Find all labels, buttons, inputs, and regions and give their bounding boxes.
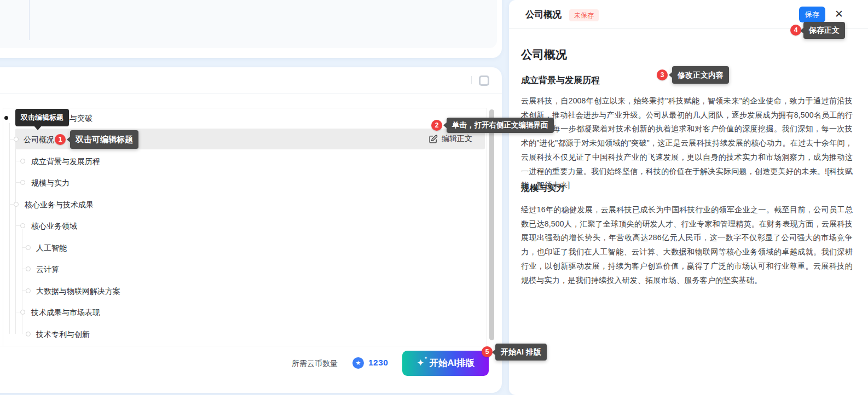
section-body[interactable]: 经过16年的稳健发展，云展科技已成长为中国科技行业的领军企业之一。截至目前，公司… bbox=[521, 203, 853, 287]
save-button[interactable]: 保存 bbox=[799, 7, 825, 22]
section-body[interactable]: 云展科技，自2008年创立以来，始终秉持"科技赋能，智领未来"的企业使命，致力于… bbox=[521, 94, 853, 193]
tooltip-double-click-edit-title: 双击编辑标题 bbox=[15, 109, 69, 126]
editor-panel-title: 公司概况 bbox=[525, 9, 562, 21]
coins-required-label: 所需云币数量 bbox=[292, 359, 338, 369]
section-heading: 规模与实力 bbox=[521, 183, 565, 194]
tree-node-icon bbox=[26, 245, 31, 250]
tree-tick bbox=[15, 182, 20, 183]
step-tooltip-1: 双击可编辑标题 bbox=[70, 130, 138, 149]
edit-body-label: 编辑正文 bbox=[442, 134, 472, 144]
close-icon[interactable]: ✕ bbox=[835, 7, 843, 21]
outline-footer-divider bbox=[0, 346, 502, 346]
step-tooltip-3: 修改正文内容 bbox=[672, 66, 729, 84]
tree-item[interactable]: 成立背景与发展历程 bbox=[31, 156, 100, 166]
tree-item-company-overview[interactable]: 公司概况 bbox=[24, 135, 54, 144]
tree-tick bbox=[15, 161, 20, 161]
coins-value: 1230 bbox=[368, 358, 388, 368]
panel-toggle-icon[interactable] bbox=[479, 75, 489, 86]
edit-body-button[interactable]: 编辑正文 bbox=[429, 133, 483, 145]
tree-item[interactable]: 技术专利与创新 bbox=[36, 329, 90, 339]
tree-guide-line bbox=[15, 141, 16, 334]
tree-item[interactable]: 云计算 bbox=[36, 264, 59, 274]
tree-tick bbox=[15, 225, 20, 226]
tree-node-icon bbox=[26, 266, 31, 271]
tree-node-icon bbox=[14, 137, 19, 142]
tree-item[interactable]: 核心业务领域 bbox=[31, 221, 77, 231]
tree-item[interactable]: 大数据与物联网解决方案 bbox=[36, 286, 120, 296]
sparkle-icon: ✦✦ bbox=[416, 357, 424, 369]
tree-tick bbox=[9, 204, 14, 205]
unsaved-status-badge: 未保存 bbox=[569, 9, 599, 21]
tree-item[interactable]: 人工智能 bbox=[36, 243, 67, 253]
tree-guide-line bbox=[22, 229, 22, 334]
tree-node-icon bbox=[20, 310, 25, 315]
tree-item[interactable]: 技术成果与市场表现 bbox=[31, 307, 100, 317]
top-card-inner-panel bbox=[0, 0, 497, 48]
tree-node-icon bbox=[14, 202, 19, 207]
tree-tick bbox=[9, 139, 14, 140]
section-heading: 成立背景与发展历程 bbox=[521, 75, 600, 86]
step-tooltip-4: 保存正文 bbox=[803, 22, 845, 39]
start-ai-layout-label: 开始AI排版 bbox=[429, 357, 474, 369]
tree-item[interactable]: 核心业务与技术成果 bbox=[25, 200, 94, 210]
start-ai-layout-button[interactable]: ✦✦ 开始AI排版 bbox=[402, 351, 489, 376]
tree-node-icon bbox=[26, 288, 31, 293]
outline-header-divider bbox=[0, 93, 502, 94]
tree-root-bullet-icon bbox=[4, 116, 8, 120]
tree-tick bbox=[15, 312, 20, 312]
tree-guide-line bbox=[9, 123, 10, 334]
step-badge-4: 4 bbox=[790, 25, 801, 36]
step-badge-3: 3 bbox=[657, 69, 668, 80]
cloud-coin-icon: ★ bbox=[352, 357, 364, 369]
top-partial-card bbox=[0, 0, 502, 58]
step-tooltip-2: 单击，打开右侧正文编辑界面 bbox=[447, 118, 554, 133]
pencil-icon bbox=[429, 135, 438, 144]
document-title: 公司概况 bbox=[521, 47, 567, 62]
step-badge-2: 2 bbox=[431, 120, 442, 131]
step-badge-1: 1 bbox=[55, 134, 66, 145]
outline-header-icon-divider bbox=[471, 76, 472, 84]
step-badge-5: 5 bbox=[482, 346, 493, 357]
top-card-vertical-divider bbox=[29, 0, 30, 40]
tree-item[interactable]: 规模与实力 bbox=[31, 178, 70, 188]
coin-star-glyph: ★ bbox=[356, 359, 361, 367]
tree-node-icon bbox=[20, 223, 25, 228]
tree-node-icon bbox=[20, 159, 25, 164]
tree-scrollbar[interactable] bbox=[489, 109, 494, 340]
tree-node-icon bbox=[20, 180, 25, 185]
step-tooltip-5: 开始AI 排版 bbox=[495, 344, 547, 361]
tree-node-icon bbox=[26, 332, 31, 336]
